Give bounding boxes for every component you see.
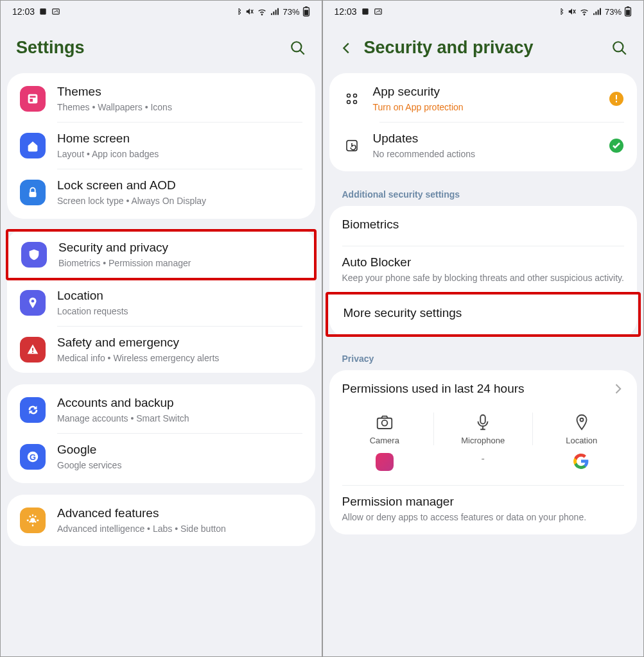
page-title: Security and privacy — [364, 38, 603, 58]
settings-screen: 12:03 73% Settings Themes — [0, 0, 322, 657]
chevron-right-icon — [611, 382, 624, 398]
camera-icon — [375, 413, 394, 432]
row-title: Lock screen and AOD — [57, 178, 302, 192]
svg-rect-12 — [32, 352, 33, 353]
mute-icon — [568, 7, 577, 16]
perm-label: Location — [566, 436, 597, 445]
svg-rect-28 — [616, 101, 617, 103]
location-pin-icon — [20, 290, 46, 316]
shield-icon — [21, 242, 47, 268]
svg-rect-16 — [362, 8, 368, 14]
svg-rect-27 — [616, 95, 617, 99]
svg-rect-9 — [30, 192, 37, 198]
bluetooth-icon — [557, 8, 565, 15]
status-bar: 12:03 73% — [1, 1, 322, 22]
section-privacy: Privacy — [329, 347, 638, 370]
status-battery: 73% — [605, 7, 622, 17]
row-title: Updates — [373, 132, 598, 146]
row-sub: Turn on App protection — [373, 101, 598, 113]
row-updates[interactable]: Updates No recommended actions — [329, 123, 638, 169]
emergency-icon — [20, 337, 46, 363]
update-icon — [342, 136, 361, 155]
row-location[interactable]: Location Location requests — [7, 280, 315, 326]
svg-rect-4 — [304, 10, 308, 15]
row-title: App security — [373, 85, 598, 99]
row-sub: Themes • Wallpapers • Icons — [57, 101, 302, 113]
microphone-icon — [473, 413, 492, 432]
row-title: Themes — [57, 85, 302, 99]
gear-icon — [20, 508, 46, 533]
app-camera-user[interactable] — [336, 453, 434, 474]
row-themes[interactable]: Themes Themes • Wallpapers • Icons — [7, 76, 315, 122]
nfc-icon — [39, 7, 48, 16]
svg-point-15 — [30, 518, 35, 522]
row-sub: Manage accounts • Smart Switch — [57, 413, 302, 424]
row-biometrics[interactable]: Biometrics — [329, 206, 638, 246]
svg-point-24 — [347, 101, 350, 104]
row-accounts-backup[interactable]: Accounts and backup Manage accounts • Sm… — [7, 387, 315, 433]
row-app-security[interactable]: App security Turn on App protection — [329, 76, 638, 122]
back-button[interactable] — [338, 40, 355, 56]
svg-point-21 — [613, 42, 623, 51]
security-status-card: App security Turn on App protection Upda… — [329, 73, 638, 171]
perm-camera[interactable]: Camera — [336, 413, 435, 445]
wifi-icon — [579, 6, 589, 17]
svg-point-23 — [353, 94, 356, 98]
settings-group-advanced: Advanced features Advanced intelligence … — [7, 495, 315, 546]
svg-text:G: G — [30, 452, 36, 462]
perm-location[interactable]: Location — [533, 413, 631, 445]
row-title: Advanced features — [57, 506, 302, 520]
settings-header: Settings — [1, 22, 322, 73]
settings-group-security: Security and privacy Biometrics • Permis… — [7, 229, 315, 373]
app-mic-user: - — [434, 453, 532, 474]
additional-security-card: Biometrics Auto Blocker Keep your phone … — [329, 206, 638, 336]
page-title: Settings — [16, 38, 281, 58]
row-title: Biometrics — [342, 218, 625, 232]
row-safety-emergency[interactable]: Safety and emergency Medical info • Wire… — [7, 327, 315, 373]
status-time: 12:03 — [335, 6, 357, 17]
svg-point-5 — [292, 42, 301, 51]
check-badge-icon — [609, 138, 624, 153]
row-google[interactable]: G Google Google services — [7, 434, 315, 480]
settings-group-appearance: Themes Themes • Wallpapers • Icons Home … — [7, 73, 315, 219]
row-home-screen[interactable]: Home screen Layout • App icon badges — [7, 123, 315, 169]
perm-microphone[interactable]: Microphone — [434, 413, 533, 445]
row-title: Permission manager — [342, 495, 625, 509]
row-sub: Allow or deny apps to access features or… — [342, 511, 625, 523]
perm-label: Microphone — [461, 436, 505, 445]
row-sub: Google services — [57, 459, 302, 471]
bluetooth-icon — [235, 8, 243, 15]
row-sub: Biometrics • Permission manager — [58, 257, 301, 269]
no-app-label: - — [482, 453, 485, 464]
row-title: Accounts and backup — [57, 396, 302, 410]
row-more-security-settings[interactable]: More security settings — [328, 294, 639, 334]
status-time: 12:03 — [12, 6, 35, 17]
row-permissions-used[interactable]: Permissions used in last 24 hours — [329, 373, 638, 407]
permission-categories: Camera Microphone Location — [329, 407, 638, 448]
privacy-card: Permissions used in last 24 hours Camera… — [329, 370, 638, 534]
security-header: Security and privacy — [323, 22, 644, 73]
row-auto-blocker[interactable]: Auto Blocker Keep your phone safe by blo… — [329, 246, 638, 293]
search-icon[interactable] — [290, 40, 306, 56]
battery-icon — [624, 6, 632, 17]
mute-icon — [245, 7, 254, 16]
signal-icon — [592, 6, 602, 17]
app-location-user[interactable] — [532, 453, 631, 474]
svg-rect-20 — [626, 10, 630, 15]
wifi-icon — [257, 6, 267, 17]
row-title: Google — [57, 443, 302, 457]
settings-group-accounts: Accounts and backup Manage accounts • Sm… — [7, 384, 315, 482]
grid-icon — [342, 89, 361, 108]
battery-icon — [302, 6, 310, 17]
home-icon — [20, 133, 46, 158]
row-permission-manager[interactable]: Permission manager Allow or deny apps to… — [329, 486, 638, 532]
row-title: Auto Blocker — [342, 255, 625, 269]
svg-rect-11 — [32, 348, 33, 351]
row-security-privacy[interactable]: Security and privacy Biometrics • Permis… — [8, 232, 314, 278]
svg-point-22 — [347, 94, 350, 98]
row-lock-screen[interactable]: Lock screen and AOD Screen lock type • A… — [7, 169, 315, 216]
row-title: Safety and emergency — [57, 336, 302, 350]
row-advanced-features[interactable]: Advanced features Advanced intelligence … — [7, 497, 315, 543]
search-icon[interactable] — [611, 40, 628, 56]
highlight-security-privacy: Security and privacy Biometrics • Permis… — [6, 229, 317, 280]
